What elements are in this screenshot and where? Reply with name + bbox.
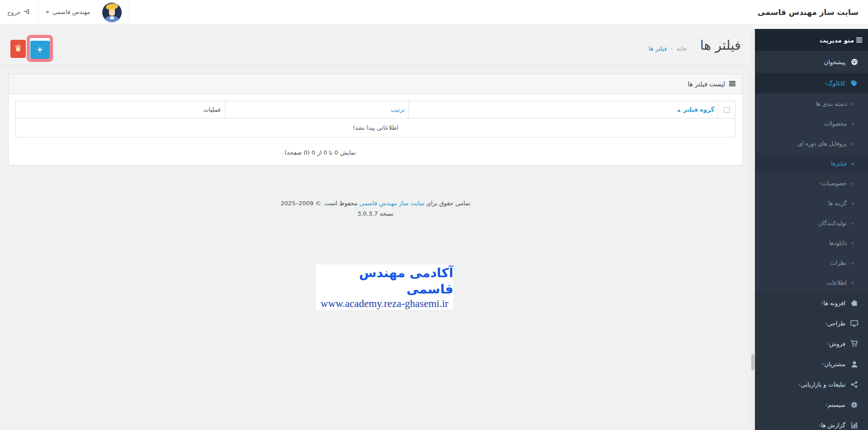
sidebar-item-label: گزینه ها — [828, 200, 847, 207]
select-all-header-cell — [718, 101, 735, 118]
plus-icon: + — [37, 45, 43, 55]
sidebar-item-attributes[interactable]: «خصوصیات‹ — [755, 173, 868, 193]
sidebar-item-dashboard[interactable]: پیشخوان — [755, 51, 868, 73]
copyright-line: تمامی حقوق برای سایت ساز مهندس قاسمی محف… — [8, 198, 743, 208]
sidebar-item-design[interactable]: طراحی‹ — [755, 313, 868, 334]
panel-heading: لیست فیلتر ها — [9, 74, 742, 94]
double-angle-icon: « — [851, 180, 854, 187]
chart-icon — [850, 422, 859, 429]
chevron-left-icon: ‹ — [825, 320, 827, 326]
sidebar-item-extensions[interactable]: افزونه ها‹ — [755, 293, 868, 313]
main-content: + فیلتر ها خانه ‹ فیلتر ها لیست فیلتر ها — [0, 25, 751, 430]
double-angle-icon: « — [851, 120, 854, 127]
sidebar-item-label: تولیدکنندگان — [818, 220, 847, 227]
sidebar-item-label: افزونه ها — [823, 300, 845, 307]
sidebar-item-label: فیلترها — [831, 160, 847, 167]
sidebar-menu-header-label: منو مدیریت — [820, 37, 854, 44]
sort-link-sort-order[interactable]: ترتیب — [391, 106, 405, 113]
sidebar-item-catalog[interactable]: کاتالوگ‹ — [755, 73, 868, 94]
sign-out-icon — [24, 9, 29, 16]
sidebar-item-label: کاتالوگ — [827, 80, 845, 87]
cart-icon — [850, 340, 859, 347]
tags-icon — [850, 80, 859, 87]
sidebar-item-label: پروفایل های دوره ای — [797, 140, 847, 147]
filters-table-header-row: گروه فیلترترتیبعملیات — [16, 101, 735, 118]
sidebar-item-products[interactable]: «محصولات — [755, 113, 868, 133]
sidebar-item-filters[interactable]: «فیلترها — [755, 153, 868, 173]
catalog-submenu: «دسته بندی ها«محصولات«پروفایل های دوره ا… — [755, 94, 868, 293]
sidebar-item-label: اطلاعات — [827, 279, 847, 286]
filters-panel: لیست فیلتر ها گروه فیلترترتیبعملیات — [8, 74, 743, 165]
sidebar-item-recurring-profiles[interactable]: «پروفایل های دوره ای — [755, 133, 868, 153]
sidebar-nav: منو مدیریت پیشخوانکاتالوگ‹«دسته بندی ها«… — [755, 29, 868, 430]
column-header-action: عملیات — [16, 101, 225, 118]
monitor-icon — [850, 320, 859, 327]
navbar-divider — [38, 0, 39, 24]
chevron-left-icon: ‹ — [822, 361, 825, 367]
double-angle-icon: « — [851, 240, 854, 246]
double-angle-icon: « — [851, 220, 854, 227]
watermark: آکادمی مهندس قاسمی www.academy.reza-ghas… — [316, 265, 453, 310]
sidebar-item-customers[interactable]: مشتریان‹ — [755, 354, 868, 374]
double-angle-icon: « — [851, 160, 854, 167]
breadcrumb-current-link[interactable]: فیلتر ها — [649, 45, 667, 52]
double-angle-icon: « — [851, 260, 854, 266]
sidebar-item-label: دانلودها — [829, 240, 847, 246]
sidebar-item-categories[interactable]: «دسته بندی ها — [755, 94, 868, 113]
sidebar-item-label: پیشخوان — [824, 59, 845, 66]
puzzle-icon — [850, 300, 859, 307]
sidebar-item-reviews[interactable]: «نظرات — [755, 253, 868, 273]
breadcrumb-home-link[interactable]: خانه — [677, 45, 687, 52]
filters-table: گروه فیلترترتیبعملیات اطلاعاتی پیدا نشد! — [15, 101, 735, 137]
watermark-title: آکادمی مهندس قاسمی — [316, 265, 453, 298]
table-empty-row: اطلاعاتی پیدا نشد! — [16, 118, 735, 137]
select-all-checkbox[interactable] — [724, 107, 730, 113]
copyright-prefix: تمامی حقوق برای — [427, 200, 470, 207]
chevron-left-icon: ‹ — [825, 80, 827, 86]
add-button[interactable]: + — [30, 41, 50, 59]
sidebar-item-options[interactable]: «گزینه ها — [755, 193, 868, 213]
sort-asc-icon — [677, 109, 681, 112]
sort-link-filter-group[interactable]: گروه فیلتر — [683, 106, 714, 113]
logout-button[interactable]: خروج — [7, 0, 29, 24]
chevron-left-icon: ‹ — [819, 180, 822, 186]
sidebar-item-label: سیستم — [828, 402, 845, 408]
chevron-left-icon: ‹ — [827, 340, 830, 347]
page-header: + فیلتر ها خانه ‹ فیلتر ها — [0, 25, 751, 66]
sidebar-item-label: دسته بندی ها — [816, 100, 847, 107]
sidebar-menu: پیشخوانکاتالوگ‹«دسته بندی ها«محصولات«پرو… — [755, 51, 868, 430]
highlight-annotation: + — [27, 35, 53, 62]
sidebar-item-marketing[interactable]: تبلیغات و بازاریابی‹ — [755, 374, 868, 395]
brand-title: سایت ساز مهندس قاسمی — [758, 0, 859, 25]
double-angle-icon: « — [851, 200, 854, 207]
sidebar-menu-header: منو مدیریت — [755, 29, 868, 51]
delete-button[interactable] — [10, 40, 26, 58]
gear-icon — [850, 402, 859, 408]
sidebar-item-reports[interactable]: گزارش ها‹ — [755, 415, 868, 430]
copyright-suffix: محفوظ است. © 2009–2025 — [280, 200, 357, 207]
version-line: نسخه 3.0.3.7 — [8, 208, 743, 219]
page-container: لیست فیلتر ها گروه فیلترترتیبعملیات — [0, 66, 751, 227]
share-icon — [850, 381, 859, 388]
sidebar-scrollbar-thumb[interactable] — [751, 354, 754, 370]
page-title: فیلتر ها — [700, 38, 741, 53]
double-angle-icon: « — [851, 279, 854, 286]
sidebar-item-downloads[interactable]: «دانلودها — [755, 233, 868, 253]
sidebar-item-label: گزارش ها — [821, 422, 845, 429]
sidebar-item-label: تبلیغات و بازاریابی — [801, 381, 845, 388]
sidebar-item-manufacturers[interactable]: «تولیدکنندگان — [755, 213, 868, 233]
hamburger-icon — [856, 37, 862, 44]
title-row: فیلتر ها خانه ‹ فیلتر ها — [649, 25, 741, 66]
sidebar-item-system[interactable]: سیستم‹ — [755, 395, 868, 415]
column-label: عملیات — [203, 106, 221, 113]
copyright-link[interactable]: سایت ساز مهندس قاسمی — [360, 200, 425, 207]
results-summary: نمایش 0 تا 0 از 0 (0 صفحه) — [15, 137, 735, 156]
user-menu[interactable]: مهندس قاسمی — [43, 0, 127, 24]
chevron-left-icon: ‹ — [818, 422, 821, 428]
sidebar-item-sales[interactable]: فروش‹ — [755, 334, 868, 354]
double-angle-icon: « — [851, 140, 854, 147]
sidebar-top-strip — [751, 25, 868, 29]
empty-message: اطلاعاتی پیدا نشد! — [16, 118, 735, 137]
sidebar-item-label: فروش — [829, 340, 845, 347]
sidebar-item-information[interactable]: «اطلاعات — [755, 273, 868, 293]
